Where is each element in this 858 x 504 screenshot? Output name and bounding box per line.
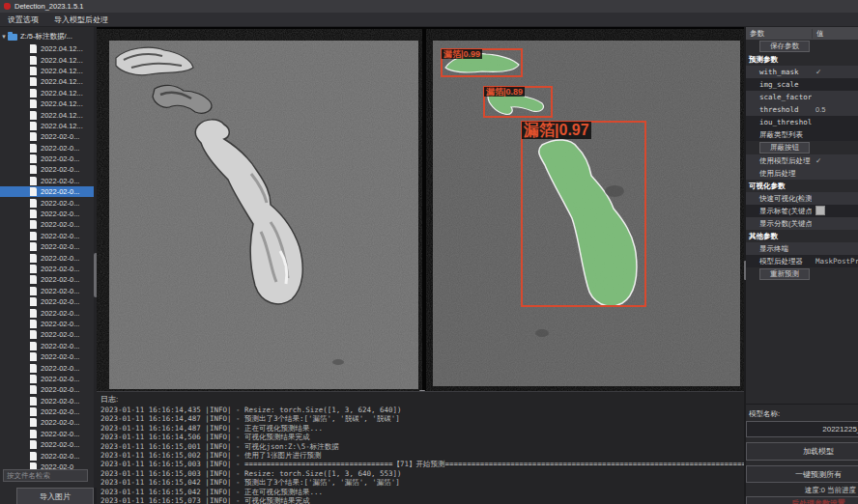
file-icon [30,111,37,120]
tree-item[interactable]: 2022-02-0... [0,252,94,263]
tree-item[interactable]: 2022-02-0... [0,164,94,175]
tree-item[interactable]: 2022-02-0... [0,131,94,142]
param-row[interactable]: 显示分数(关键点) [746,217,858,230]
param-button[interactable]: 屏蔽按钮 [759,142,810,154]
postprocess-settings-button[interactable]: 后处理参数设置 [746,496,858,504]
tree-item[interactable]: 2022-02-0... [0,374,94,384]
detection-label: 漏箔|0.97 [522,122,591,139]
tree-item-label: 2022-02-0... [41,265,79,273]
param-button-row: 屏蔽按钮 [746,141,858,154]
load-model-button[interactable]: 加载模型 [746,442,858,461]
tree-item[interactable]: 2022-02-0... [0,307,94,318]
param-row[interactable]: 显示终端 [746,242,858,255]
tree-item[interactable]: 2022-02-0... [0,186,94,197]
tree-item[interactable]: 2022.04.12... [0,109,94,120]
tree-item[interactable]: 2022-02-0... [0,329,94,340]
param-row[interactable]: 快速可视化(检测) [746,192,858,205]
import-image-button[interactable]: 导入图片 [16,488,94,504]
tree-item[interactable]: 2022.04.12... [0,121,94,131]
tree-item[interactable]: 2022-02-0... [0,231,94,241]
title-bar[interactable]: Detection_2023.1.5.1 [0,0,858,13]
param-row[interactable]: iou_threshold [746,116,858,128]
tree-item[interactable]: 2022-02-0... [0,176,94,186]
tree-item[interactable]: 2022-02-0... [0,219,94,230]
file-icon [30,44,37,53]
file-icon [30,210,37,218]
tree-item[interactable]: 2022-02-0... [0,341,94,351]
param-row[interactable]: img_scale [746,78,858,91]
source-image [97,29,422,391]
tree-item-label: 2022.04.12... [41,67,83,75]
param-button[interactable]: 重新预测 [759,268,810,280]
tree-item[interactable]: 2022-02-0... [0,274,94,285]
log-line: 2023-01-11 16:16:14,506 |INFO| - 可视化预测结果… [100,433,744,441]
tree-item[interactable]: 2022.04.12... [0,88,94,98]
tree-item[interactable]: 2022-02-0... [0,143,94,154]
tree-item[interactable]: 2022.04.12... [0,66,94,76]
param-row[interactable]: with_mask✓ [746,66,858,78]
log-line: 2023-01-11 16:16:14,487 |INFO| - 正在可视化预测… [100,424,744,433]
app-window: Detection_2023.1.5.1 设置选项 导入模型后处理 ▾ Z:/5… [0,0,858,504]
tree-item[interactable]: 2022-02-0... [0,296,94,307]
tree-item[interactable]: 2022-02-0... [0,351,94,362]
param-section[interactable]: 可视化参数 [746,180,858,192]
tree-item[interactable]: 2022-02-0... [0,439,94,450]
tree-item[interactable]: 2022-02-0... [0,209,94,219]
model-name-field[interactable]: 20221225_174813 [746,421,858,437]
menu-item-settings[interactable]: 设置选项 [0,14,46,25]
tree-item[interactable]: 2022.04.12... [0,76,94,87]
tree-item-label: 2022-02-0... [41,297,79,306]
file-icon [30,154,37,163]
param-row[interactable]: 使用模型后处理✓ [746,154,858,167]
tree-item[interactable]: 2022-02-0... [0,417,94,428]
tree-item[interactable]: 2022.04.12... [0,43,94,54]
param-row[interactable]: threshold0.5 [746,103,858,116]
param-section[interactable]: 预测参数 [746,53,858,66]
param-label: 显示终端 [746,244,812,254]
tree-root-folder[interactable]: ▾ Z:/5-标注数据/... [0,31,94,42]
menu-item-import-postprocess[interactable]: 导入模型后处理 [46,14,116,25]
tree-item[interactable]: 2022-02-0... [0,396,94,406]
param-row[interactable]: 显示标签(关键点) [746,205,858,217]
caret-down-icon[interactable]: ▾ [0,33,8,41]
tree-item-label: 2022-02-0... [41,440,79,449]
param-value [812,206,858,217]
file-tree-list: 2022.04.12...2022.04.12...2022.04.12...2… [0,43,94,490]
param-label: 使用后处理 [746,169,812,179]
tree-item[interactable]: 2022-02-0... [0,450,94,461]
param-button[interactable]: 保存参数 [759,41,810,52]
column-header-value: 值 [812,29,824,39]
detection-label: 漏箔|0.89 [484,87,525,97]
param-row[interactable]: 模型后处理器MaskPostPro [746,255,858,267]
tree-item-label: 2022-02-0... [41,352,79,361]
param-section[interactable]: 其他参数 [746,230,858,242]
tree-item[interactable]: 2022-02-0... [0,264,94,274]
param-row[interactable]: 使用后处理 [746,167,858,180]
tree-item[interactable]: 2022-02-0... [0,384,94,395]
file-icon [30,418,37,427]
menu-bar: 设置选项 导入模型后处理 [0,13,858,27]
file-icon [30,144,37,153]
checkbox[interactable] [815,206,825,215]
tree-root-label: Z:/5-标注数据/... [20,32,72,42]
tree-item[interactable]: 2022-02-0... [0,429,94,439]
param-label: threshold [746,105,812,114]
tree-item[interactable]: 2022-02-0... [0,197,94,208]
tree-item[interactable]: 2022-02-0... [0,154,94,164]
tree-item[interactable]: 2022-02-0... [0,286,94,296]
tree-item[interactable]: 2022-02-0... [0,319,94,329]
tree-item[interactable]: 2022-02-0... [0,362,94,373]
param-row[interactable]: 屏蔽类型列表 [746,128,858,141]
tree-item[interactable]: 2022-02-0... [0,241,94,252]
search-input[interactable] [3,469,88,482]
tree-item[interactable]: 2022-02-0... [0,406,94,417]
tree-item-label: 2022-02-0... [41,187,79,196]
tree-item-label: 2022.04.12... [41,111,83,120]
param-row[interactable]: scale_factor [746,91,858,103]
tree-item[interactable]: 2022.04.12... [0,54,94,65]
tree-item[interactable]: 2022.04.12... [0,98,94,109]
file-icon [30,275,37,284]
log-panel[interactable]: 日志: 2023-01-11 16:16:14,435 |INFO| - Res… [97,391,744,504]
tree-item-label: 2022.04.12... [41,56,83,65]
predict-all-button[interactable]: 一键预测所有 [746,465,858,483]
